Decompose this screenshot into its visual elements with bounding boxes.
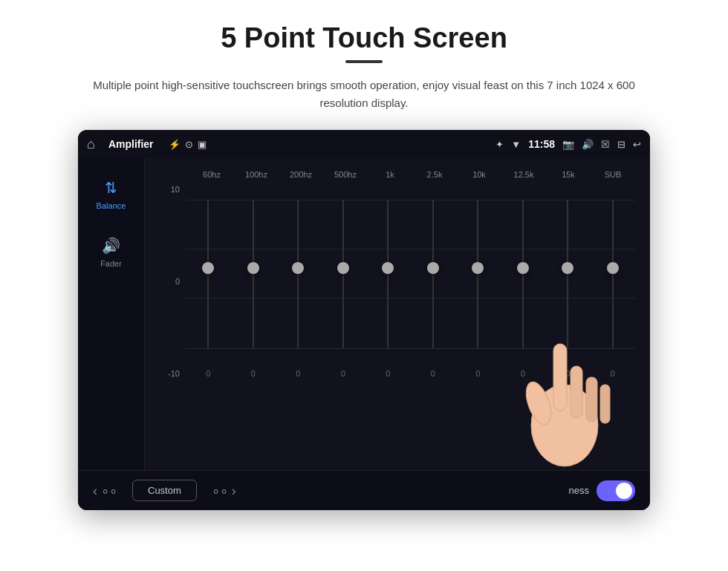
slider-track-1 [253, 200, 254, 348]
next-arrow[interactable]: ∘∘ › [212, 483, 236, 499]
slider-thumb-6[interactable] [472, 262, 484, 274]
sidebar-item-balance[interactable]: ⇅ Balance [91, 173, 132, 216]
title-divider [345, 60, 383, 63]
slider-track-2 [297, 200, 299, 348]
slider-value-8: 0 [565, 369, 570, 378]
location-icon: ⊙ [185, 139, 193, 150]
slider-value-3: 0 [341, 369, 345, 378]
slider-col-7[interactable]: 0 [501, 185, 546, 378]
wifi-icon: ▼ [511, 139, 521, 150]
slider-col-8[interactable]: 0 [545, 185, 591, 378]
freq-100hz: 100hz [234, 170, 279, 179]
slider-value-1: 0 [251, 369, 256, 378]
slider-col-4[interactable]: 0 [365, 185, 411, 378]
close-icon[interactable]: ☒ [601, 139, 610, 150]
slider-track-3 [342, 200, 344, 348]
scale-min: -10 [160, 369, 180, 378]
slider-thumb-0[interactable] [202, 262, 214, 274]
slider-track-9 [612, 200, 614, 348]
sidebar-label-fader: Fader [100, 259, 122, 268]
slider-value-4: 0 [386, 369, 390, 378]
back-icon[interactable]: ↩ [633, 139, 641, 150]
slider-col-5[interactable]: 0 [411, 185, 456, 378]
slider-thumb-9[interactable] [607, 262, 619, 274]
slider-value-5: 0 [431, 369, 435, 378]
slider-thumb-1[interactable] [247, 262, 259, 274]
slider-col-1[interactable]: 0 [231, 185, 276, 378]
eq-sliders: 0000000000 [186, 185, 635, 378]
freq-15k: 15k [546, 170, 591, 179]
slider-track-0 [207, 200, 209, 348]
slider-col-0[interactable]: 0 [186, 185, 231, 378]
speaker-icon: 🔊 [102, 237, 120, 255]
eq-sliders-area: 10 0 -10 0000000000 [160, 185, 635, 458]
status-bar: ⌂ Amplifier ⚡ ⊙ ▣ ✦ ▼ 11:58 📷 🔊 ☒ ⊟ ↩ [78, 130, 650, 158]
eq-area: 60hz 100hz 200hz 500hz 1k 2.5k 10k 12.5k… [145, 158, 650, 470]
freq-1k: 1k [368, 170, 412, 179]
sidebar: ⇅ Balance 🔊 Fader [78, 158, 145, 470]
freq-10k: 10k [457, 170, 501, 179]
slider-thumb-3[interactable] [337, 262, 349, 274]
app-title: Amplifier [108, 138, 154, 150]
window-icon[interactable]: ⊟ [617, 139, 625, 150]
slider-col-3[interactable]: 0 [321, 185, 366, 378]
page-subtitle: Multiple point high-sensitive touchscree… [82, 76, 646, 112]
slider-track-6 [477, 200, 478, 348]
device-frame: ⌂ Amplifier ⚡ ⊙ ▣ ✦ ▼ 11:58 📷 🔊 ☒ ⊟ ↩ ⇅ … [78, 130, 650, 510]
freq-200hz: 200hz [279, 170, 323, 179]
slider-track-7 [522, 200, 524, 348]
slider-track-4 [387, 200, 389, 348]
bottom-controls: ‹ ∘∘ Custom ∘∘ › ness [78, 470, 650, 510]
freq-500hz: 500hz [323, 170, 368, 179]
slider-col-6[interactable]: 0 [455, 185, 501, 378]
slider-col-9[interactable]: 0 [591, 185, 636, 378]
page-title: 5 Point Touch Screen [221, 22, 507, 54]
slider-value-6: 0 [475, 369, 480, 378]
freq-60hz: 60hz [189, 170, 234, 179]
slider-thumb-4[interactable] [382, 262, 394, 274]
sidebar-label-balance: Balance [97, 201, 126, 210]
sidebar-item-fader[interactable]: 🔊 Fader [94, 231, 128, 274]
slider-value-7: 0 [521, 369, 525, 378]
clock: 11:58 [528, 138, 555, 150]
freq-12_5k: 12.5k [501, 170, 546, 179]
slider-thumb-8[interactable] [562, 262, 573, 274]
freq-sub: SUB [591, 170, 635, 179]
equalizer-icon: ⇅ [105, 179, 117, 197]
right-status-icons: ✦ ▼ 11:58 📷 🔊 ☒ ⊟ ↩ [495, 138, 641, 150]
slider-value-2: 0 [296, 369, 300, 378]
scale-max: 10 [160, 185, 180, 194]
prev-arrow[interactable]: ‹ ∘∘ [93, 483, 117, 499]
status-icons: ⚡ ⊙ ▣ [169, 139, 496, 150]
toggle-container: ness [569, 480, 635, 501]
camera-icon: 📷 [562, 139, 574, 150]
scale-mid: 0 [160, 277, 180, 286]
slider-value-0: 0 [206, 369, 210, 378]
slider-track-5 [432, 200, 434, 348]
custom-button[interactable]: Custom [132, 480, 197, 501]
usb-icon: ⚡ [169, 139, 181, 150]
slider-value-9: 0 [611, 369, 615, 378]
image-icon: ▣ [198, 139, 207, 150]
freq-2_5k: 2.5k [412, 170, 457, 179]
slider-col-2[interactable]: 0 [276, 185, 321, 378]
main-content: ⇅ Balance 🔊 Fader 60hz 100hz 200hz 500hz… [78, 158, 650, 470]
bluetooth-icon: ✦ [495, 139, 504, 150]
eq-scale: 10 0 -10 [160, 185, 186, 378]
volume-icon: 🔊 [582, 139, 594, 150]
slider-track-8 [567, 200, 568, 348]
slider-thumb-7[interactable] [517, 262, 529, 274]
home-icon[interactable]: ⌂ [87, 137, 95, 152]
slider-thumb-5[interactable] [427, 262, 439, 274]
toggle-label: ness [569, 485, 589, 496]
toggle-switch[interactable] [597, 480, 635, 501]
freq-labels: 60hz 100hz 200hz 500hz 1k 2.5k 10k 12.5k… [189, 170, 635, 179]
slider-thumb-2[interactable] [292, 262, 304, 274]
